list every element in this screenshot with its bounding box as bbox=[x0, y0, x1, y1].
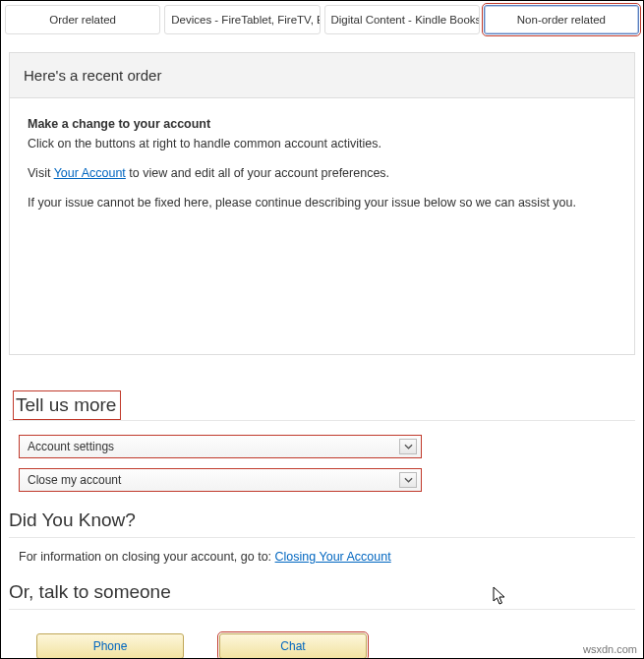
panel-header: Here's a recent order bbox=[10, 53, 634, 98]
contact-row: Phone Chat bbox=[36, 633, 635, 659]
chevron-down-icon bbox=[399, 439, 417, 454]
your-account-link[interactable]: Your Account bbox=[54, 166, 126, 180]
tab-digital-content[interactable]: Digital Content - Kindle Books, Videos, … bbox=[324, 5, 480, 34]
closing-your-account-link[interactable]: Closing Your Account bbox=[275, 550, 391, 564]
tell-us-more-title: Tell us more bbox=[13, 390, 121, 420]
tab-non-order-related[interactable]: Non-order related bbox=[484, 5, 639, 34]
issue-detail-select[interactable]: Close my account bbox=[19, 468, 422, 492]
recent-order-panel: Here's a recent order Make a change to y… bbox=[9, 52, 635, 355]
watermark: wsxdn.com bbox=[583, 643, 637, 655]
visit-suffix: to view and edit all of your account pre… bbox=[126, 166, 389, 180]
talk-to-someone-title: Or, talk to someone bbox=[9, 581, 635, 610]
tab-order-related[interactable]: Order related bbox=[5, 5, 160, 34]
did-you-know-title: Did You Know? bbox=[9, 509, 635, 538]
phone-button[interactable]: Phone bbox=[36, 633, 184, 659]
did-you-know-text: For information on closing your account,… bbox=[19, 550, 275, 564]
issue-detail-value: Close my account bbox=[28, 473, 121, 487]
account-change-line1: Click on the buttons at right to handle … bbox=[28, 134, 616, 153]
chat-button[interactable]: Chat bbox=[219, 633, 367, 659]
account-change-line3: If your issue cannot be fixed here, plea… bbox=[28, 193, 616, 212]
tabs-row: Order related Devices - FireTablet, Fire… bbox=[1, 1, 643, 38]
visit-prefix: Visit bbox=[28, 166, 54, 180]
divider bbox=[9, 420, 635, 421]
panel-body: Make a change to your account Click on t… bbox=[10, 98, 634, 354]
tab-devices[interactable]: Devices - FireTablet, FireTV, Echo etc. bbox=[164, 5, 320, 34]
chevron-down-icon bbox=[399, 472, 417, 488]
issue-category-select[interactable]: Account settings bbox=[19, 435, 422, 458]
issue-category-value: Account settings bbox=[28, 440, 114, 453]
account-change-title: Make a change to your account bbox=[28, 117, 210, 131]
